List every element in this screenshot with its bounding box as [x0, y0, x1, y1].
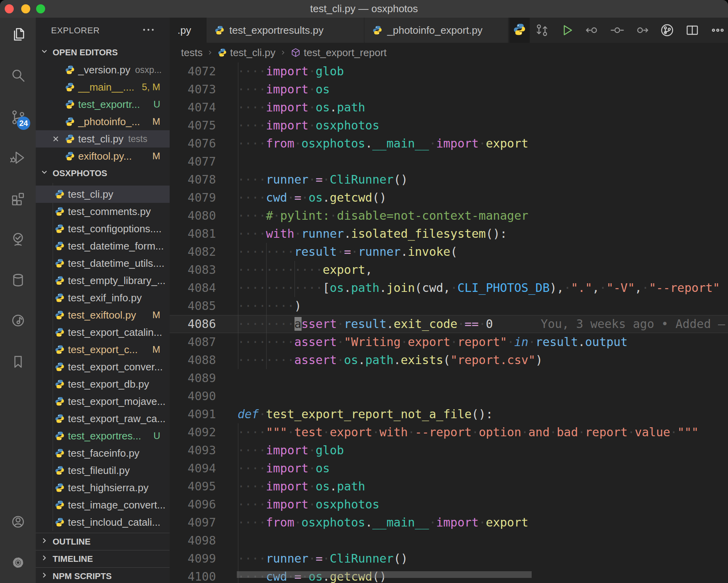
- activity-music-note[interactable]: [0, 308, 36, 333]
- line-number: 4091: [170, 405, 216, 423]
- chevron-down-icon: [40, 168, 53, 179]
- tree-item[interactable]: test_export_conver...: [36, 358, 170, 375]
- line-number: 4075: [170, 117, 216, 135]
- tree-item[interactable]: test_exportres...U: [36, 427, 170, 445]
- tree-item[interactable]: test_exif_info.py: [36, 289, 170, 306]
- activity-bookmarks[interactable]: [0, 349, 36, 374]
- code-line[interactable]: 4099····runner·=·CliRunner(): [170, 550, 728, 568]
- activity-settings[interactable]: [0, 550, 36, 575]
- cursor: a: [294, 317, 302, 331]
- activity-run-debug[interactable]: [0, 145, 36, 170]
- code-line[interactable]: 4089: [170, 369, 728, 387]
- code-line[interactable]: 4095····import·os.path: [170, 477, 728, 496]
- tree-item[interactable]: test_incloud_catali...: [36, 514, 170, 531]
- tree-item[interactable]: test_export_mojave...: [36, 393, 170, 410]
- editor-more-actions-button[interactable]: [710, 22, 726, 38]
- more-actions-icon[interactable]: [143, 26, 154, 33]
- code-line[interactable]: 4075····import·osxphotos: [170, 117, 728, 135]
- code-line[interactable]: 4094····import·os: [170, 459, 728, 477]
- code-line[interactable]: 4073····import·os: [170, 80, 728, 98]
- file-name: test_export_db.py: [68, 378, 149, 390]
- open-editor-item[interactable]: test_cli.pytests: [36, 130, 170, 148]
- close-editor-icon[interactable]: [51, 135, 60, 143]
- code-line[interactable]: 4074····import·os.path: [170, 98, 728, 117]
- code-line[interactable]: 4098: [170, 532, 728, 550]
- code-line[interactable]: 4086········assert·result.exit_code·==·0…: [170, 315, 728, 333]
- code-line[interactable]: 4076····from·osxphotos.__main__·import·e…: [170, 135, 728, 153]
- tree-item[interactable]: test_datetime_form...: [36, 237, 170, 255]
- tree-item[interactable]: test_comments.py: [36, 203, 170, 220]
- section-outline[interactable]: OUTLINE: [36, 533, 170, 550]
- code-line[interactable]: 4083············export,: [170, 261, 728, 279]
- file-name: test_export_c...: [68, 344, 138, 356]
- tree-item[interactable]: test_export_db.py: [36, 375, 170, 393]
- tree-item[interactable]: test_empty_library_...: [36, 272, 170, 289]
- activity-extensions[interactable]: [0, 186, 36, 211]
- code-line[interactable]: 4096····import·osxphotos: [170, 496, 728, 514]
- whitespace-dots: ············: [238, 263, 323, 277]
- section-osxphotos[interactable]: OSXPHOTOS: [36, 165, 170, 182]
- source-control-graph-button[interactable]: [659, 22, 675, 38]
- code-line[interactable]: 4097····from·osxphotos.__main__·import·e…: [170, 514, 728, 532]
- activity-test-tree[interactable]: [0, 227, 36, 252]
- run-file-button[interactable]: [559, 22, 575, 38]
- section-npm-scripts[interactable]: NPM SCRIPTS: [36, 567, 170, 583]
- activity-accounts[interactable]: [0, 509, 36, 534]
- open-editor-item[interactable]: exiftool.py...M: [36, 148, 170, 165]
- tree-item[interactable]: test_fileutil.py: [36, 462, 170, 479]
- editor-tab[interactable]: test_exportresults.py: [207, 18, 364, 43]
- python-interpreter-button[interactable]: [509, 18, 530, 43]
- split-editor-button[interactable]: [684, 22, 700, 38]
- open-editor-item[interactable]: test_exportr...U: [36, 96, 170, 113]
- code-line[interactable]: 4072····import·glob: [170, 62, 728, 80]
- code-text: ····#·pylint:·disable=not-context-manage…: [238, 207, 529, 225]
- breadcrumb-item[interactable]: test_cli.py: [218, 47, 276, 59]
- tree-item[interactable]: test_cli.py: [36, 186, 170, 203]
- code-line[interactable]: 4085········): [170, 297, 728, 315]
- whitespace-dots: ·: [479, 137, 486, 150]
- horizontal-scrollbar[interactable]: [237, 571, 532, 578]
- code-line[interactable]: 4093····import·glob: [170, 441, 728, 459]
- whitespace-dots: ·: [323, 425, 330, 439]
- editor-tab[interactable]: .py: [170, 18, 207, 43]
- code-line[interactable]: 4091def·test_export_report_not_a_file():: [170, 405, 728, 423]
- code-line[interactable]: 4088········assert·os.path.exists("repor…: [170, 351, 728, 369]
- git-compare-button[interactable]: [534, 22, 550, 38]
- debug-step-back-button[interactable]: [584, 22, 600, 38]
- tree-item[interactable]: test_exiftool.pyM: [36, 306, 170, 324]
- tree-item[interactable]: test_export_raw_ca...: [36, 410, 170, 427]
- code-line[interactable]: 4084············[os.path.join(cwd,·CLI_P…: [170, 279, 728, 297]
- code-line[interactable]: 4080····#·pylint:·disable=not-context-ma…: [170, 207, 728, 225]
- activity-search[interactable]: [0, 63, 36, 88]
- tree-item[interactable]: test_faceinfo.py: [36, 445, 170, 462]
- breadcrumb-item[interactable]: test_export_report: [291, 47, 387, 59]
- section-open-editors[interactable]: OPEN EDITORS: [36, 44, 170, 61]
- code-line[interactable]: 4078····runner·=·CliRunner(): [170, 171, 728, 189]
- debug-step-button[interactable]: [609, 22, 625, 38]
- editor-tab[interactable]: _photoinfo_export.py: [364, 18, 509, 43]
- code-line[interactable]: 4081····with·runner.isolated_filesystem(…: [170, 225, 728, 243]
- debug-step-over-button[interactable]: [634, 22, 650, 38]
- code-line[interactable]: 4090: [170, 387, 728, 405]
- tree-item[interactable]: test_image_convert...: [36, 496, 170, 514]
- tree-item[interactable]: test_configoptions....: [36, 220, 170, 237]
- breadcrumb-item[interactable]: tests: [181, 47, 203, 59]
- code-line[interactable]: 4077: [170, 153, 728, 171]
- code-line[interactable]: 4087········assert·"Writing·export·repor…: [170, 333, 728, 351]
- open-editor-item[interactable]: __main__....5, M: [36, 78, 170, 96]
- code-line[interactable]: 4079····cwd·=·os.getcwd(): [170, 189, 728, 207]
- section-timeline[interactable]: TIMELINE: [36, 550, 170, 567]
- open-editor-item[interactable]: _photoinfo_...M: [36, 113, 170, 130]
- tree-item[interactable]: test_highsierra.py: [36, 479, 170, 496]
- code-line[interactable]: 4092····"""·test·export·with·--report·op…: [170, 423, 728, 441]
- sidebar-title: EXPLORER: [51, 26, 100, 36]
- tree-item[interactable]: test_export_c...M: [36, 341, 170, 358]
- chevron-right-icon: [280, 49, 287, 56]
- tree-item[interactable]: test_datetime_utils....: [36, 255, 170, 272]
- open-editor-item[interactable]: _version.pyosxp...: [36, 61, 170, 78]
- tree-item[interactable]: test_export_catalin...: [36, 324, 170, 341]
- code-line[interactable]: 4082········result·=·runner.invoke(: [170, 243, 728, 261]
- activity-explorer[interactable]: [0, 22, 36, 47]
- activity-database[interactable]: [0, 268, 36, 293]
- file-name: __main__....: [78, 81, 134, 93]
